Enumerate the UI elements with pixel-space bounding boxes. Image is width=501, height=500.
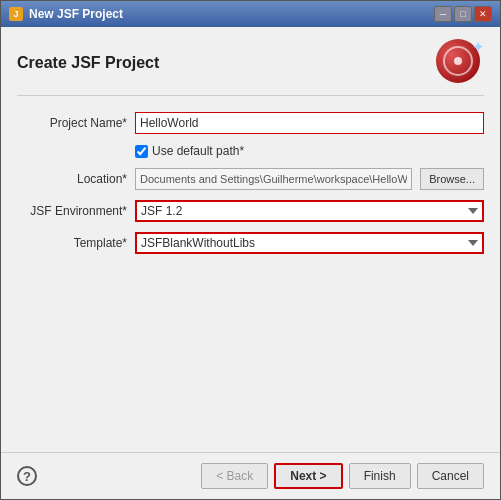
dialog-footer: ? < Back Next > Finish Cancel [1, 452, 500, 499]
default-path-label: Use default path* [152, 144, 244, 158]
close-button[interactable]: ✕ [474, 6, 492, 22]
page-title-area: Create JSF Project ✦ [17, 39, 484, 96]
template-select[interactable]: JSFBlankWithoutLibs JSFBlank JSFBlankWit… [135, 232, 484, 254]
sparkle-icon: ✦ [472, 39, 484, 55]
project-name-input[interactable] [135, 112, 484, 134]
help-button[interactable]: ? [17, 466, 37, 486]
window-title: New JSF Project [29, 7, 123, 21]
location-row: Location* Browse... [17, 168, 484, 190]
page-title-text: Create JSF Project [17, 54, 159, 72]
location-input[interactable] [135, 168, 412, 190]
default-path-row: Use default path* [135, 144, 484, 158]
jsf-env-select[interactable]: JSF 1.2 JSF 2.0 JSF 2.1 [135, 200, 484, 222]
project-name-label: Project Name* [17, 116, 127, 130]
dialog-window: J New JSF Project ─ □ ✕ Create JSF Proje… [0, 0, 501, 500]
template-row: Template* JSFBlankWithoutLibs JSFBlank J… [17, 232, 484, 254]
back-button[interactable]: < Back [201, 463, 268, 489]
form-area: Project Name* Use default path* Location… [17, 112, 484, 440]
finish-button[interactable]: Finish [349, 463, 411, 489]
title-bar-controls: ─ □ ✕ [434, 6, 492, 22]
title-bar-left: J New JSF Project [9, 7, 123, 21]
window-icon: J [9, 7, 23, 21]
location-label: Location* [17, 172, 127, 186]
footer-buttons: < Back Next > Finish Cancel [201, 463, 484, 489]
jsf-env-label: JSF Environment* [17, 204, 127, 218]
minimize-button[interactable]: ─ [434, 6, 452, 22]
project-name-row: Project Name* [17, 112, 484, 134]
title-bar: J New JSF Project ─ □ ✕ [1, 1, 500, 27]
cancel-button[interactable]: Cancel [417, 463, 484, 489]
jsf-env-row: JSF Environment* JSF 1.2 JSF 2.0 JSF 2.1 [17, 200, 484, 222]
jsf-logo: ✦ [436, 39, 484, 87]
default-path-checkbox[interactable] [135, 145, 148, 158]
maximize-button[interactable]: □ [454, 6, 472, 22]
template-label: Template* [17, 236, 127, 250]
browse-button[interactable]: Browse... [420, 168, 484, 190]
next-button[interactable]: Next > [274, 463, 342, 489]
dialog-content: Create JSF Project ✦ Project Name* Use d… [1, 27, 500, 452]
